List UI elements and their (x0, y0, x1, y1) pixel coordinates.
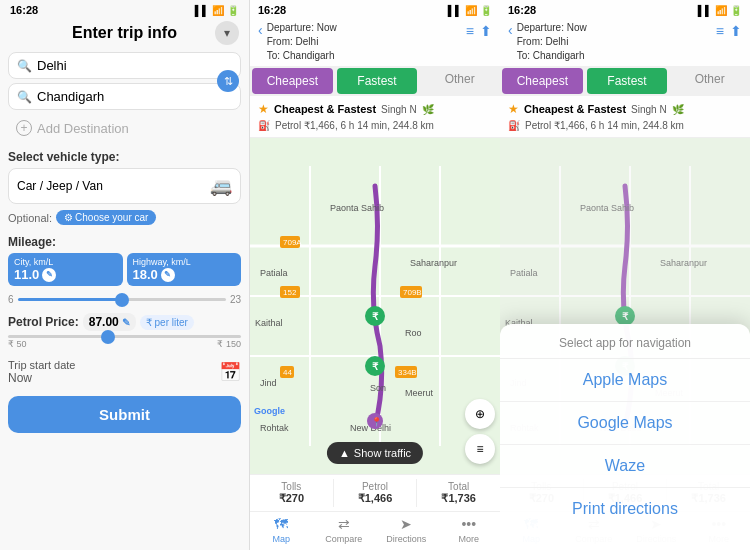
svg-text:Patiala: Patiala (260, 268, 288, 278)
star-icon: ★ (258, 102, 269, 116)
submit-label: Submit (99, 406, 150, 423)
price-slider[interactable] (8, 335, 241, 338)
departure-bar-p2: ‹ Departure: Now From: Delhi To: Chandig… (250, 18, 500, 66)
route-info-bar-p3: ★ Cheapest & Fastest Singh N 🌿 ⛽ Petrol … (500, 96, 750, 138)
modal-title: Select app for navigation (500, 336, 750, 359)
svg-text:Rohtak: Rohtak (260, 423, 289, 433)
tab-fastest-p3[interactable]: Fastest (587, 68, 668, 94)
from-value[interactable]: Delhi (37, 58, 67, 73)
highway-mileage-value: 18.0 (133, 267, 158, 282)
map-area-p2[interactable]: Paonta Sahib Patiala Saharanpur Kaithal … (250, 138, 500, 474)
swap-button[interactable]: ⇅ (217, 70, 239, 92)
navigation-app-modal: Select app for navigation Apple Maps Goo… (500, 324, 750, 550)
mileage-section: Mileage: City, km/L 11.0 ✎ Highway, km/L… (0, 229, 249, 290)
tab-fastest-p2[interactable]: Fastest (337, 68, 418, 94)
google-maps-option[interactable]: Google Maps (500, 402, 750, 445)
add-destination-label: Add Destination (37, 121, 129, 136)
svg-text:Paonta Sahib: Paonta Sahib (580, 203, 634, 213)
tolls-label: Tolls (250, 481, 333, 492)
settings-icon-p2[interactable]: ≡ (466, 23, 474, 39)
city-mileage-value: 11.0 (14, 267, 39, 282)
trip-date-row: Trip start date Now 📅 (0, 354, 249, 390)
time-p2: 16:28 (258, 4, 286, 16)
nav-directions[interactable]: ➤ Directions (375, 512, 438, 550)
from-label-p2: From: Delhi (267, 35, 337, 49)
waze-option[interactable]: Waze (500, 445, 750, 488)
route-info-bar: ★ Cheapest & Fastest Singh N 🌿 ⛽ Petrol … (250, 96, 500, 138)
city-edit-icon[interactable]: ✎ (42, 268, 56, 282)
city-label: City, km/L (14, 257, 117, 267)
svg-text:709A: 709A (283, 238, 302, 247)
apple-maps-option[interactable]: Apple Maps (500, 359, 750, 402)
tab-other-p2[interactable]: Other (419, 66, 500, 96)
route1-detail-p3: Singh N (631, 104, 667, 115)
petrol-value: ₹1,466 (334, 492, 417, 505)
menu-map-button[interactable]: ≡ (465, 434, 495, 464)
highway-value-row: 18.0 ✎ (133, 267, 236, 282)
edit-price-icon[interactable]: ✎ (122, 317, 130, 328)
svg-text:709B: 709B (403, 288, 422, 297)
nav-more-label: More (458, 534, 479, 544)
tab-other-p3[interactable]: Other (669, 66, 750, 96)
share-icon-p2[interactable]: ⬆ (480, 23, 492, 39)
panel3-map-container: 16:28 ▌▌ 📶 🔋 ‹ Departure: Now From: Delh… (500, 0, 750, 550)
nav-compare[interactable]: ⇄ Compare (313, 512, 376, 550)
status-icons-p1: ▌▌ 📶 🔋 (195, 5, 239, 16)
google-logo: Google (254, 406, 285, 416)
plus-icon: + (16, 120, 32, 136)
calendar-icon[interactable]: 📅 (219, 361, 241, 383)
compass-button[interactable]: ⊕ (465, 399, 495, 429)
status-bar-p2: 16:28 ▌▌ 📶 🔋 (250, 0, 500, 18)
share-icon-p3[interactable]: ⬆ (730, 23, 742, 39)
back-arrow-p2[interactable]: ‹ (258, 22, 263, 38)
petrol-summary: Petrol ₹1,466 (334, 479, 418, 507)
highway-mileage-col: Highway, km/L 18.0 ✎ (127, 253, 242, 286)
to-field[interactable]: 🔍 Chandigarh (8, 83, 241, 110)
add-destination-button[interactable]: + Add Destination (8, 115, 241, 141)
from-field[interactable]: 🔍 Delhi (8, 52, 241, 79)
status-icons-p3: ▌▌ 📶 🔋 (698, 5, 742, 16)
nav-directions-label: Directions (386, 534, 426, 544)
nav-map-label: Map (272, 534, 290, 544)
to-value[interactable]: Chandigarh (37, 89, 104, 104)
traffic-icon: ▲ (339, 447, 350, 459)
tab-cheapest-p2[interactable]: Cheapest (252, 68, 333, 94)
panel-header: Enter trip info ▾ (0, 18, 249, 50)
svg-text:Jind: Jind (260, 378, 277, 388)
total-label: Total (417, 481, 500, 492)
svg-text:₹: ₹ (372, 361, 379, 372)
svg-text:₹: ₹ (372, 311, 379, 322)
departure-label-p3: Departure: Now (517, 21, 587, 35)
print-directions-option[interactable]: Print directions (500, 488, 750, 530)
slider-max: 23 (230, 294, 241, 305)
price-range-row: ₹ 50 ₹ 150 (8, 338, 241, 350)
svg-text:334B: 334B (398, 368, 417, 377)
nav-map[interactable]: 🗺 Map (250, 512, 313, 550)
petrol-label: Petrol (334, 481, 417, 492)
settings-icon-p3[interactable]: ≡ (716, 23, 724, 39)
departure-bar-p3: ‹ Departure: Now From: Delhi To: Chandig… (500, 18, 750, 66)
show-traffic-button[interactable]: ▲ Show traffic (327, 442, 423, 464)
bottom-nav-p2: 🗺 Map ⇄ Compare ➤ Directions ••• More (250, 511, 500, 550)
vehicle-type-selector[interactable]: Car / Jeep / Van 🚐 (8, 168, 241, 204)
svg-text:📍: 📍 (371, 416, 383, 428)
svg-text:Paonta Sahib: Paonta Sahib (330, 203, 384, 213)
mileage-slider[interactable] (18, 298, 226, 301)
fuel-icon-p3: ⛽ (508, 120, 520, 131)
highway-edit-icon[interactable]: ✎ (161, 268, 175, 282)
petrol-price-value: 87.00 (89, 315, 119, 329)
nav-more[interactable]: ••• More (438, 512, 501, 550)
bottom-summary: Tolls ₹270 Petrol ₹1,466 Total ₹1,736 (250, 474, 500, 511)
departure-label-p2: Departure: Now (267, 21, 337, 35)
time-p1: 16:28 (10, 4, 38, 16)
gear-icon: ⚙ (64, 212, 73, 223)
show-traffic-label: Show traffic (354, 447, 411, 459)
compare-nav-icon: ⇄ (338, 516, 350, 532)
choose-car-button[interactable]: ⚙ Choose your car (56, 210, 156, 225)
route1-label-p3: Cheapest & Fastest (524, 103, 626, 115)
back-arrow-p3[interactable]: ‹ (508, 22, 513, 38)
chevron-down-icon[interactable]: ▾ (215, 21, 239, 45)
tab-cheapest-p3[interactable]: Cheapest (502, 68, 583, 94)
svg-text:Son: Son (370, 383, 386, 393)
submit-button[interactable]: Submit (8, 396, 241, 433)
